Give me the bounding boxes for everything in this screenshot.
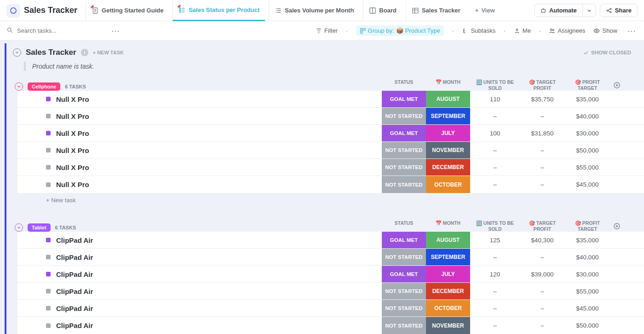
profit-target-cell[interactable]: $45,000	[565, 176, 610, 193]
month-cell[interactable]: NOVEMBER	[426, 142, 470, 158]
target-profit-cell[interactable]: $40,300	[520, 232, 565, 248]
automate-button[interactable]: Automate	[534, 4, 582, 17]
units-cell[interactable]: –	[470, 159, 520, 176]
target-profit-cell[interactable]: $35,750	[520, 91, 565, 107]
task-row[interactable]: ClipPad AirNOT STARTEDDECEMBER––$55,000	[17, 283, 644, 300]
col-month[interactable]: 📅 MONTH	[426, 79, 470, 91]
target-profit-cell[interactable]: –	[520, 317, 565, 334]
task-name-cell[interactable]: ClipPad Air	[17, 232, 382, 248]
month-cell[interactable]: SEPTEMBER	[426, 249, 470, 265]
show-button[interactable]: Show	[593, 27, 617, 34]
units-cell[interactable]: –	[470, 317, 520, 334]
task-row[interactable]: Null X ProGOAL METAUGUST110$35,750$35,00…	[17, 91, 644, 108]
search-input[interactable]	[17, 27, 86, 34]
profit-target-cell[interactable]: $40,000	[565, 249, 610, 265]
units-cell[interactable]: –	[470, 176, 520, 193]
task-name-cell[interactable]: ClipPad Air	[17, 283, 382, 299]
tab-board[interactable]: Board	[363, 0, 402, 21]
profit-target-cell[interactable]: $45,000	[565, 300, 610, 316]
units-cell[interactable]: 125	[470, 232, 520, 248]
target-profit-cell[interactable]: –	[520, 249, 565, 265]
target-profit-cell[interactable]: –	[520, 108, 565, 124]
status-cell[interactable]: NOT STARTED	[382, 283, 426, 299]
target-profit-cell[interactable]: –	[520, 159, 565, 176]
profit-target-cell[interactable]: $50,000	[565, 142, 610, 158]
units-cell[interactable]: 100	[470, 125, 520, 141]
task-name-cell[interactable]: ClipPad Air	[17, 317, 382, 334]
more-options-icon[interactable]: ⋯	[626, 29, 638, 33]
share-button[interactable]: Share	[600, 4, 638, 17]
group-badge[interactable]: Tablet	[28, 223, 51, 232]
col-profit-target[interactable]: 🎯 PROFIT TARGET	[565, 220, 610, 232]
col-units[interactable]: 🔢 UNITS TO BE SOLD	[470, 79, 520, 91]
profit-target-cell[interactable]: $35,000	[565, 232, 610, 248]
status-cell[interactable]: NOT STARTED	[382, 317, 426, 334]
col-month[interactable]: 📅 MONTH	[426, 220, 470, 232]
task-name-cell[interactable]: ClipPad Air	[17, 266, 382, 282]
target-profit-cell[interactable]: –	[520, 300, 565, 316]
profit-target-cell[interactable]: $35,000	[565, 91, 610, 107]
month-cell[interactable]: NOVEMBER	[426, 317, 470, 334]
col-status[interactable]: STATUS	[382, 79, 426, 91]
task-row[interactable]: Null X ProNOT STARTEDDECEMBER––$55,000	[17, 159, 644, 176]
col-target-profit[interactable]: 🎯 TARGET PROFIT	[520, 79, 565, 91]
add-view-button[interactable]: + View	[470, 7, 500, 14]
collapse-group-button[interactable]	[15, 223, 23, 232]
more-icon[interactable]: ⋯	[109, 29, 121, 33]
units-cell[interactable]: –	[470, 108, 520, 124]
status-cell[interactable]: NOT STARTED	[382, 108, 426, 124]
status-cell[interactable]: GOAL MET	[382, 125, 426, 141]
assignees-button[interactable]: Assignees	[549, 27, 585, 34]
target-profit-cell[interactable]: $39,000	[520, 266, 565, 282]
task-row[interactable]: Null X ProNOT STARTEDNOVEMBER––$50,000	[17, 142, 644, 159]
target-profit-cell[interactable]: –	[520, 283, 565, 299]
month-cell[interactable]: SEPTEMBER	[426, 108, 470, 124]
task-row[interactable]: ClipPad AirGOAL METAUGUST125$40,300$35,0…	[17, 232, 644, 249]
new-task-row[interactable]: + New task	[17, 193, 644, 207]
profit-target-cell[interactable]: $40,000	[565, 108, 610, 124]
tab-getting-started[interactable]: Getting Started Guide	[86, 0, 169, 21]
units-cell[interactable]: –	[470, 283, 520, 299]
month-cell[interactable]: OCTOBER	[426, 300, 470, 316]
task-name-cell[interactable]: ClipPad Air	[17, 300, 382, 316]
status-cell[interactable]: NOT STARTED	[382, 142, 426, 158]
col-profit-target[interactable]: 🎯 PROFIT TARGET	[565, 79, 610, 91]
units-cell[interactable]: 120	[470, 266, 520, 282]
profit-target-cell[interactable]: $55,000	[565, 159, 610, 176]
task-name-cell[interactable]: Null X Pro	[17, 142, 382, 158]
task-row[interactable]: ClipPad AirNOT STARTEDSEPTEMBER––$40,000	[17, 249, 644, 266]
profit-target-cell[interactable]: $55,000	[565, 283, 610, 299]
task-name-cell[interactable]: Null X Pro	[17, 176, 382, 193]
month-cell[interactable]: DECEMBER	[426, 283, 470, 299]
status-cell[interactable]: NOT STARTED	[382, 300, 426, 316]
month-cell[interactable]: DECEMBER	[426, 159, 470, 176]
tab-sales-volume[interactable]: Sales Volume per Month	[269, 0, 359, 21]
filter-button[interactable]: Filter	[316, 27, 338, 34]
group-by-button[interactable]: Group by: 📦 Product Type	[356, 25, 444, 36]
app-icon[interactable]	[6, 4, 20, 18]
status-cell[interactable]: NOT STARTED	[382, 159, 426, 176]
units-cell[interactable]: 110	[470, 91, 520, 107]
task-row[interactable]: Null X ProNOT STARTEDOCTOBER––$45,000	[17, 176, 644, 193]
task-row[interactable]: ClipPad AirNOT STARTEDNOVEMBER––$50,000	[17, 317, 644, 334]
task-row[interactable]: Null X ProNOT STARTEDSEPTEMBER––$40,000	[17, 108, 644, 125]
status-cell[interactable]: NOT STARTED	[382, 176, 426, 193]
tab-sales-status[interactable]: Sales Status per Product	[172, 0, 265, 21]
col-status[interactable]: STATUS	[382, 220, 426, 232]
automate-dropdown[interactable]	[582, 4, 596, 17]
me-button[interactable]: Me	[514, 27, 531, 34]
month-cell[interactable]: AUGUST	[426, 91, 470, 107]
task-row[interactable]: ClipPad AirGOAL METJULY120$39,000$30,000	[17, 266, 644, 283]
status-cell[interactable]: GOAL MET	[382, 232, 426, 248]
profit-target-cell[interactable]: $30,000	[565, 266, 610, 282]
status-cell[interactable]: GOAL MET	[382, 266, 426, 282]
collapse-list-button[interactable]	[13, 48, 21, 57]
task-name-cell[interactable]: Null X Pro	[17, 159, 382, 176]
add-column-button[interactable]	[610, 220, 624, 232]
task-name-cell[interactable]: Null X Pro	[17, 125, 382, 141]
tab-sales-tracker-table[interactable]: Sales Tracker	[406, 0, 466, 21]
target-profit-cell[interactable]: –	[520, 142, 565, 158]
collapse-group-button[interactable]	[15, 82, 23, 91]
units-cell[interactable]: –	[470, 142, 520, 158]
new-task-button[interactable]: + NEW TASK	[93, 50, 124, 55]
